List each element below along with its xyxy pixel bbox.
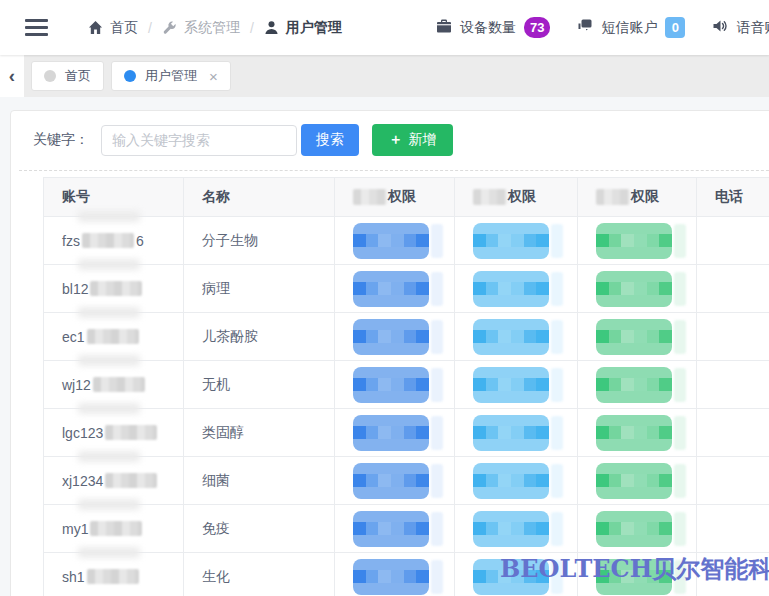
close-icon[interactable]: × — [209, 69, 218, 84]
permission-tag-blue — [353, 415, 429, 451]
breadcrumb-users[interactable]: 用户管理 — [264, 19, 342, 37]
column-name[interactable]: 名称 — [184, 178, 335, 217]
permission-tag-blue — [353, 511, 429, 547]
account-cell: lgc123 — [44, 409, 184, 457]
hamburger-menu-icon[interactable] — [25, 15, 48, 40]
home-icon — [88, 20, 103, 35]
name-cell: 类固醇 — [184, 409, 335, 457]
table-row[interactable]: ec1 儿茶酚胺 — [44, 313, 769, 361]
blur-tail — [431, 512, 443, 546]
column-permission-2[interactable]: 权限 — [455, 178, 578, 217]
blur-tail — [674, 464, 686, 498]
blur-tail — [674, 320, 686, 354]
redacted-blur-block — [93, 377, 145, 392]
permission-tag-blue — [353, 367, 429, 403]
blur-smudge — [78, 499, 140, 510]
permission-3-cell — [578, 505, 697, 553]
account-cell: xj1234 — [44, 457, 184, 505]
tab-home[interactable]: 首页 — [31, 61, 104, 91]
tab-dot-icon — [44, 70, 56, 82]
permission-2-cell — [455, 265, 578, 313]
tab-dot-icon — [124, 70, 136, 82]
blur-tail — [431, 224, 443, 258]
permission-tag-sky — [473, 463, 549, 499]
table-row[interactable]: bl12 病理 — [44, 265, 769, 313]
table-row[interactable]: lgc123 类固醇 — [44, 409, 769, 457]
keyword-label: 关键字： — [33, 131, 89, 149]
device-count-stat[interactable]: 设备数量 73 — [436, 17, 550, 38]
phone-cell — [697, 313, 769, 361]
permission-1-cell — [335, 313, 455, 361]
table-row[interactable]: my1 免疫 — [44, 505, 769, 553]
blur-tail — [431, 560, 443, 594]
account-prefix: sh1 — [62, 569, 85, 585]
account-prefix: xj1234 — [62, 473, 103, 489]
account-prefix: my1 — [62, 521, 88, 537]
blur-tail — [551, 320, 563, 354]
breadcrumb-system-label: 系统管理 — [184, 19, 240, 37]
permission-tag-sky — [473, 223, 549, 259]
add-button[interactable]: ＋新增 — [372, 124, 453, 156]
column-phone[interactable]: 电话 — [697, 178, 769, 217]
table-row[interactable]: fzs 6 分子生物 — [44, 217, 769, 265]
breadcrumb-home-label: 首页 — [110, 19, 138, 37]
redacted-blur-block — [353, 189, 387, 205]
account-prefix: ec1 — [62, 329, 85, 345]
column-permission-1[interactable]: 权限 — [335, 178, 455, 217]
search-input[interactable] — [101, 125, 297, 156]
permission-tag-green — [596, 319, 672, 355]
plus-icon: ＋ — [389, 131, 403, 147]
breadcrumb-home[interactable]: 首页 — [88, 19, 138, 37]
name-cell: 病理 — [184, 265, 335, 313]
permission-tag-sky — [473, 511, 549, 547]
blur-smudge — [78, 403, 140, 414]
permission-tag-blue — [353, 463, 429, 499]
table-header-row: 账号 名称 权限 权限 权限 电话 — [44, 178, 769, 217]
search-button[interactable]: 搜索 — [301, 124, 359, 156]
permission-1-cell — [335, 505, 455, 553]
blur-tail — [431, 416, 443, 450]
permission-1-cell — [335, 409, 455, 457]
voice-account-stat[interactable]: 语音账户 0 — [712, 17, 769, 38]
blur-tail — [551, 224, 563, 258]
account-prefix: lgc123 — [62, 425, 103, 441]
redacted-blur-block — [82, 233, 134, 248]
breadcrumb: 首页 / 系统管理 / 用户管理 — [88, 19, 342, 37]
account-suffix: 6 — [136, 233, 144, 249]
sms-account-stat[interactable]: 短信账户 0 — [577, 17, 685, 38]
tab-strip: ‹ 首页 用户管理 × — [0, 55, 769, 97]
column-permission-3[interactable]: 权限 — [578, 178, 697, 217]
permission-3-cell — [578, 361, 697, 409]
tabs-back-button[interactable]: ‹ — [0, 55, 24, 97]
permission-3-cell — [578, 217, 697, 265]
redacted-blur-block — [105, 425, 157, 440]
blur-tail — [674, 272, 686, 306]
redacted-blur-block — [87, 569, 139, 584]
tab-user-management[interactable]: 用户管理 × — [111, 61, 231, 91]
table-row[interactable]: xj1234 细菌 — [44, 457, 769, 505]
blur-tail — [551, 416, 563, 450]
tab-user-management-label: 用户管理 — [145, 67, 197, 85]
permission-3-cell — [578, 313, 697, 361]
account-cell: fzs 6 — [44, 217, 184, 265]
table-row[interactable]: wj12 无机 — [44, 361, 769, 409]
phone-cell — [697, 409, 769, 457]
blur-tail — [551, 368, 563, 402]
account-cell: sh1 — [44, 553, 184, 596]
phone-cell — [697, 505, 769, 553]
account-prefix: wj12 — [62, 377, 91, 393]
blur-smudge — [78, 211, 140, 222]
user-icon — [264, 20, 279, 35]
phone-cell — [697, 361, 769, 409]
permission-tag-sky — [473, 319, 549, 355]
permission-3-cell — [578, 457, 697, 505]
redacted-blur-block — [87, 329, 139, 344]
sms-account-label: 短信账户 — [601, 19, 657, 37]
name-cell: 细菌 — [184, 457, 335, 505]
permission-3-cell — [578, 265, 697, 313]
permission-tag-green — [596, 223, 672, 259]
blur-tail — [431, 320, 443, 354]
blur-smudge — [78, 547, 140, 558]
breadcrumb-system[interactable]: 系统管理 — [162, 19, 240, 37]
messages-icon — [577, 18, 593, 37]
